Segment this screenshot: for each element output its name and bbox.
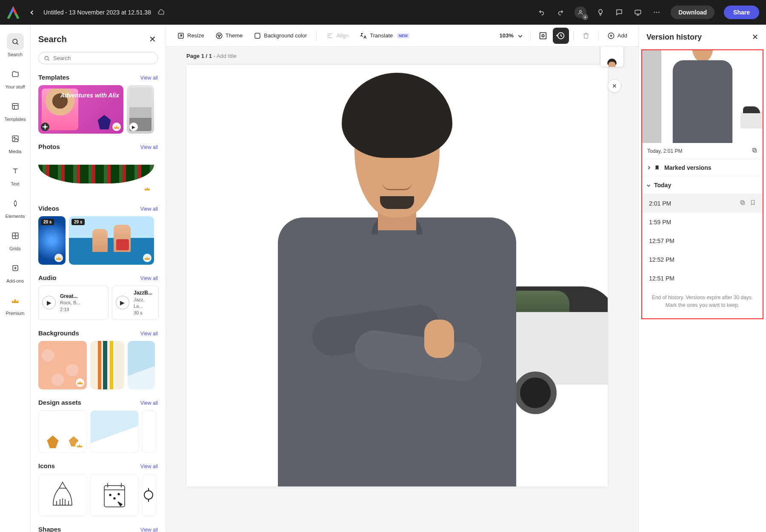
asset-thumb-3[interactable] xyxy=(142,410,157,453)
page-mini-thumb[interactable] xyxy=(600,47,624,67)
svg-rect-22 xyxy=(255,33,260,38)
rail-templates[interactable]: Templates xyxy=(0,94,30,126)
share-button[interactable]: Share xyxy=(724,6,759,19)
bookmark-icon xyxy=(654,165,660,171)
zoom-dropdown[interactable]: 103% xyxy=(495,30,526,41)
marked-versions[interactable]: Marked versions xyxy=(642,159,763,177)
rail-premium[interactable]: Premium xyxy=(0,288,30,320)
viewall-backgrounds[interactable]: View all xyxy=(140,331,158,337)
viewall-icons[interactable]: View all xyxy=(140,463,158,469)
translate-button[interactable]: TranslateNEW xyxy=(355,29,414,42)
icon-thumb-1[interactable] xyxy=(38,474,87,516)
viewall-design-assets[interactable]: View all xyxy=(140,400,158,406)
more-menu[interactable] xyxy=(652,8,661,17)
viewall-audio[interactable]: View all xyxy=(140,275,158,281)
rail-media[interactable]: Media xyxy=(0,126,30,158)
section-templates: Templates xyxy=(38,74,69,81)
audio-title: JazzB... xyxy=(134,289,155,297)
rail-label: Templates xyxy=(4,117,26,122)
resize-button[interactable]: Resize xyxy=(173,29,209,42)
audio-duration: 30 s xyxy=(134,310,155,316)
theme-button[interactable]: Theme xyxy=(211,29,247,42)
today-header[interactable]: Today xyxy=(642,177,763,194)
page-scroll[interactable]: Page 1 / 1 - Add title ✕ xyxy=(166,47,638,532)
template-thumb-2[interactable]: ▶ xyxy=(127,85,154,134)
play-button[interactable]: ▶ xyxy=(42,296,56,309)
search-input[interactable] xyxy=(53,55,152,61)
search-input-wrap[interactable] xyxy=(38,52,158,64)
video-thumb-2[interactable]: 29 s xyxy=(69,216,154,265)
section-design-assets: Design assets xyxy=(38,399,81,406)
rail-your-stuff[interactable]: Your stuff xyxy=(0,61,30,94)
premium-icon xyxy=(54,254,63,262)
rail-label: Media xyxy=(9,149,22,154)
ideas-icon[interactable] xyxy=(596,8,605,17)
copy-icon[interactable] xyxy=(752,147,757,154)
bg-thumb-2[interactable] xyxy=(90,341,124,389)
version-item[interactable]: 12:57 PM xyxy=(642,232,763,250)
version-item[interactable]: 2:01 PM xyxy=(642,194,763,213)
section-backgrounds: Backgrounds xyxy=(38,329,79,337)
rail-text[interactable]: Text xyxy=(0,158,30,191)
redo-button[interactable] xyxy=(556,8,565,17)
version-history-button[interactable] xyxy=(553,28,569,44)
video-thumb-1[interactable]: 20 s xyxy=(38,216,66,265)
version-thumb[interactable] xyxy=(642,50,763,143)
svg-point-0 xyxy=(580,10,582,12)
rail-addons[interactable]: Add-ons xyxy=(0,255,30,288)
svg-point-3 xyxy=(656,12,657,13)
version-history-panel: Version history ✕ Today, 2:01 PM Marked … xyxy=(638,25,766,532)
icon-thumb-2[interactable] xyxy=(90,474,139,516)
back-button[interactable] xyxy=(26,6,38,18)
template-thumb-1[interactable]: Adventures with Alix xyxy=(38,85,123,134)
audio-genre: Jazz, La... xyxy=(134,297,155,310)
svg-rect-29 xyxy=(742,202,745,205)
audio-duration: 2:19 xyxy=(60,306,80,313)
premium-icon xyxy=(143,184,151,193)
download-button[interactable]: Download xyxy=(671,6,715,19)
asset-thumb-1[interactable] xyxy=(38,410,87,453)
comment-icon[interactable] xyxy=(615,8,624,17)
svg-point-4 xyxy=(658,12,659,13)
invite-people-button[interactable] xyxy=(574,6,586,18)
svg-point-15 xyxy=(118,493,120,495)
svg-point-21 xyxy=(219,36,220,37)
bg-thumb-1[interactable] xyxy=(38,341,87,389)
bookmark-icon[interactable] xyxy=(750,200,756,207)
canvas-page[interactable] xyxy=(186,65,608,486)
present-icon[interactable] xyxy=(633,8,643,17)
copy-icon[interactable] xyxy=(740,200,746,207)
version-item[interactable]: 12:52 PM xyxy=(642,250,763,269)
bg-thumb-3[interactable] xyxy=(128,341,155,389)
premium-icon xyxy=(112,123,121,131)
rail-grids[interactable]: Grids xyxy=(0,223,30,255)
rail-elements[interactable]: Elements xyxy=(0,191,30,223)
rail-search[interactable]: Search xyxy=(0,29,30,61)
section-shapes: Shapes xyxy=(38,526,61,532)
close-search-panel[interactable]: ✕ xyxy=(147,32,158,46)
audio-card-2[interactable]: ▶ JazzB... Jazz, La... 30 s xyxy=(112,286,159,320)
close-floating[interactable]: ✕ xyxy=(608,79,621,93)
document-title[interactable]: Untitled - 13 November 2023 at 12.51.38 xyxy=(43,9,151,16)
version-item[interactable]: 1:59 PM xyxy=(642,213,763,232)
page-title-row[interactable]: Page 1 / 1 - Add title xyxy=(166,47,638,65)
icon-thumb-3[interactable] xyxy=(142,474,157,516)
current-version-time: Today, 2:01 PM xyxy=(647,148,683,154)
close-version-panel[interactable]: ✕ xyxy=(752,32,758,42)
audio-card-1[interactable]: ▶ Great... Rock, B... 2:19 xyxy=(38,286,109,320)
cloud-sync-icon[interactable] xyxy=(157,8,166,17)
asset-thumb-2[interactable] xyxy=(90,410,139,453)
viewall-videos[interactable]: View all xyxy=(140,206,158,212)
add-title[interactable]: Add title xyxy=(217,53,237,59)
version-item[interactable]: 12:51 PM xyxy=(642,269,763,288)
add-page-button[interactable]: Add xyxy=(603,29,632,42)
layers-button[interactable] xyxy=(535,28,551,44)
audio-genre: Rock, B... xyxy=(60,300,80,306)
viewall-shapes[interactable]: View all xyxy=(140,527,158,532)
photo-thumb-1[interactable] xyxy=(38,154,154,195)
undo-button[interactable] xyxy=(537,8,546,17)
play-button[interactable]: ▶ xyxy=(116,296,129,309)
bgcolor-button[interactable]: Background color xyxy=(249,29,311,42)
viewall-templates[interactable]: View all xyxy=(140,75,158,81)
viewall-photos[interactable]: View all xyxy=(140,144,158,150)
